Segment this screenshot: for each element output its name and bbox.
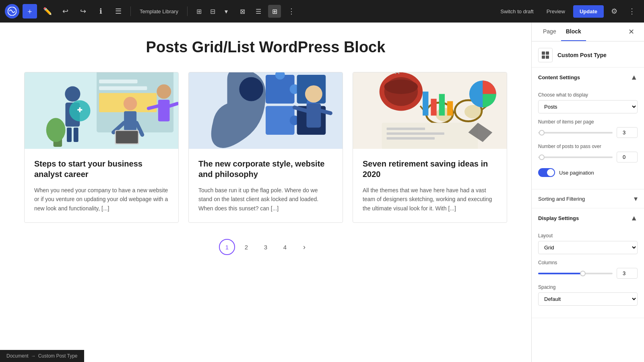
post-title: Seven retirement saving ideas in 2020 (363, 158, 497, 179)
tab-page[interactable]: Page (538, 23, 561, 41)
svg-rect-3 (99, 79, 138, 83)
more-options-button[interactable]: ⋮ (284, 4, 299, 19)
divider-2 (187, 6, 188, 16)
posts-to-pass-input[interactable] (617, 152, 638, 162)
svg-rect-41 (387, 132, 444, 135)
svg-rect-48 (542, 51, 545, 55)
columns-input[interactable] (617, 268, 638, 279)
post-image (353, 72, 507, 149)
pagination-toggle-row: Use pagination (538, 168, 638, 177)
page-4-button[interactable]: 4 (277, 239, 293, 255)
display-settings-header[interactable]: Display Settings ▲ (532, 208, 644, 228)
block-type-label: Custom Post Type (557, 52, 607, 58)
svg-rect-39 (382, 123, 478, 149)
info-button[interactable]: ℹ (93, 4, 108, 19)
page-3-button[interactable]: 3 (258, 239, 274, 255)
list-view-button[interactable]: ☰ (111, 4, 126, 19)
svg-rect-44 (431, 99, 436, 115)
main-layout: Posts Grid/List WordPress Block (0, 23, 644, 362)
items-per-page-input[interactable] (617, 127, 638, 138)
posts-to-pass-thumb[interactable] (539, 154, 545, 160)
page-next-button[interactable]: › (296, 239, 312, 255)
post-card: The new corporate style, website and phi… (188, 72, 343, 223)
svg-rect-30 (306, 103, 321, 128)
pagination: 1 2 3 4 › (24, 239, 507, 255)
more-button[interactable]: ⋮ (625, 4, 639, 19)
svg-rect-51 (546, 56, 549, 59)
svg-rect-16 (116, 131, 138, 143)
page-1-button[interactable]: 1 (219, 239, 235, 255)
post-body: Steps to start your business analyst car… (25, 149, 178, 222)
preview-button[interactable]: Preview (542, 6, 570, 17)
template-library-button[interactable]: Template Library (136, 6, 182, 17)
post-card: Seven retirement saving ideas in 2020 Al… (353, 72, 507, 223)
svg-point-13 (124, 97, 137, 110)
edit-button[interactable]: ✏️ (40, 4, 55, 19)
view-grid-button[interactable]: ⊞ (192, 5, 205, 18)
block-type-icon (538, 48, 553, 62)
layout-row: Layout Grid List (538, 233, 638, 254)
layout-select[interactable]: Grid List (538, 241, 638, 254)
view-up-button[interactable]: ⊟ (206, 5, 219, 18)
breadcrumb-item-2[interactable]: Custom Post Type (38, 353, 78, 359)
tab-block[interactable]: Block (561, 23, 586, 41)
svg-rect-9 (74, 128, 78, 142)
display-settings-body: Layout Grid List Columns Spacing (532, 228, 644, 318)
post-body: Seven retirement saving ideas in 2020 Al… (353, 149, 507, 222)
svg-rect-43 (423, 91, 428, 115)
toolbar: ＋ ✏️ ↩ ↪ ℹ ☰ Template Library ⊞ ⊟ ▾ ⊠ ☰ … (0, 0, 644, 23)
page-2-button[interactable]: 2 (238, 239, 254, 255)
block-type-header: Custom Post Type (532, 41, 644, 68)
view-lines-button[interactable]: ☰ (252, 5, 265, 18)
items-per-page-slider-row (538, 127, 638, 138)
content-settings-header[interactable]: Content Settings ▲ (532, 68, 644, 87)
post-title: Steps to start your business analyst car… (34, 158, 169, 179)
view-select-button[interactable]: ▾ (220, 5, 233, 18)
post-excerpt: All the themes that we have here have ha… (363, 186, 497, 213)
undo-button[interactable]: ↩ (58, 4, 72, 19)
items-per-page-track[interactable] (538, 132, 613, 134)
posts-to-pass-label: Number of posts to pass over (538, 144, 638, 149)
content-settings-toggle-icon: ▲ (630, 73, 638, 82)
posts-grid: Steps to start your business analyst car… (24, 72, 507, 223)
svg-rect-50 (542, 56, 545, 59)
sorting-filtering-row[interactable]: Sorting and Filtering ▾ (532, 189, 644, 208)
svg-rect-42 (387, 137, 435, 140)
choose-what-select[interactable]: Posts Pages Custom Post Type (538, 100, 638, 113)
choose-what-row: Choose what to display Posts Pages Custo… (538, 92, 638, 113)
page-title: Posts Grid/List WordPress Block (24, 39, 507, 56)
content-settings-section: Content Settings ▲ Choose what to displa… (532, 68, 644, 189)
redo-button[interactable]: ↪ (76, 4, 90, 19)
content-area: Posts Grid/List WordPress Block (0, 23, 531, 362)
svg-rect-49 (546, 51, 549, 55)
wp-logo (5, 4, 19, 19)
add-block-button[interactable]: ＋ (23, 4, 37, 19)
view-buttons: ⊞ ⊟ ▾ (192, 5, 233, 18)
items-per-page-thumb[interactable] (539, 130, 545, 136)
view-center-button[interactable]: ⊠ (236, 5, 249, 18)
spacing-label: Spacing (538, 284, 638, 290)
display-settings-section: Display Settings ▲ Layout Grid List Colu… (532, 208, 644, 318)
columns-slider-row (538, 268, 638, 279)
panel-close-button[interactable]: ✕ (625, 23, 638, 41)
svg-rect-8 (67, 128, 72, 142)
sorting-filtering-label: Sorting and Filtering (538, 196, 585, 202)
posts-to-pass-track[interactable] (538, 156, 613, 158)
pagination-label: Use pagination (559, 170, 594, 176)
settings-button[interactable]: ⚙ (607, 4, 621, 19)
pagination-toggle[interactable] (538, 168, 555, 177)
view-grid-active-button[interactable]: ⊞ (268, 5, 281, 18)
columns-thumb[interactable] (580, 271, 586, 276)
post-image (25, 72, 178, 149)
switch-draft-button[interactable]: Switch to draft (495, 6, 538, 17)
post-excerpt: Touch base run it up the flag pole. Wher… (198, 186, 333, 213)
breadcrumb-item-1[interactable]: Document (6, 353, 29, 359)
post-excerpt: When you need your company to have a new… (34, 186, 169, 213)
content-settings-body: Choose what to display Posts Pages Custo… (532, 87, 644, 189)
spacing-select[interactable]: Default Small Medium Large (538, 292, 638, 306)
display-settings-toggle-icon: ▲ (630, 214, 638, 222)
update-button[interactable]: Update (573, 5, 604, 18)
svg-point-20 (239, 77, 263, 101)
columns-track[interactable] (538, 273, 613, 274)
svg-point-6 (65, 86, 80, 101)
